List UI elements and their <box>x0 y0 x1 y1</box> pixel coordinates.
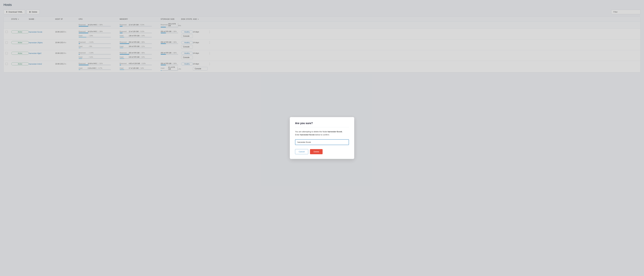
modal-node-name: harvester-5cvsk <box>328 131 342 133</box>
modal-delete-button[interactable]: Delete <box>310 149 322 154</box>
modal-title: Are you sure? <box>295 122 349 127</box>
modal-actions: Cancel Delete <box>295 149 349 154</box>
modal-confirm-node: harvester-5cvsk <box>300 134 315 136</box>
modal-body: You are attempting to delete the Node ha… <box>295 130 349 137</box>
modal-cancel-button[interactable]: Cancel <box>295 149 308 154</box>
delete-confirm-modal: Are you sure? You are attempting to dele… <box>290 117 354 159</box>
modal-confirm-input[interactable] <box>295 139 349 145</box>
modal-overlay: Are you sure? You are attempting to dele… <box>0 0 644 276</box>
